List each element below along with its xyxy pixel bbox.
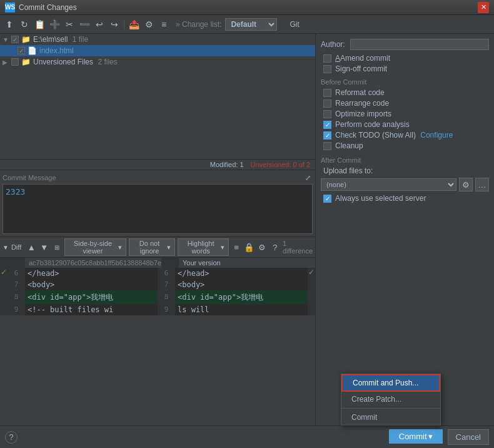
check-todo-checkbox[interactable]: ✓ — [323, 131, 331, 140]
diff-line-num-right-1: 6 — [158, 268, 175, 279]
sign-off-row[interactable]: Sign-off commit — [321, 64, 489, 73]
reformat-code-checkbox[interactable] — [323, 89, 331, 97]
diff-line-num-right-2: 7 — [158, 279, 175, 290]
upload-row: (none) ⚙ … — [321, 178, 489, 191]
diff-code-left-2: <body> — [25, 279, 158, 290]
optimize-imports-row[interactable]: Optimize imports — [321, 109, 489, 118]
diff-right-indicator-4 — [308, 304, 315, 315]
diff-settings-btn1[interactable]: ≡ — [231, 241, 241, 253]
folder-checkbox[interactable]: ✓ — [11, 36, 19, 43]
toolbar-separator — [124, 19, 124, 29]
commit-button[interactable]: Commit ▾ — [389, 429, 443, 444]
toolbar-btn-10[interactable]: ⚙ — [142, 18, 156, 31]
author-input[interactable] — [350, 39, 489, 50]
unversioned-label: Unversioned Files 2 files — [33, 58, 118, 66]
amend-commit-row[interactable]: AAmend commit — [321, 54, 489, 63]
diff-row-2: 7 <body> 7 <body> — [0, 279, 315, 290]
toolbar-btn-8[interactable]: ↪ — [108, 18, 121, 31]
diff-code-left-1: </head> — [25, 268, 158, 279]
upload-settings-btn[interactable]: ⚙ — [459, 178, 473, 191]
context-menu-create-patch[interactable]: Create Patch... — [341, 392, 440, 407]
cleanup-row[interactable]: Cleanup — [321, 141, 489, 150]
diff-left-num-header — [8, 258, 25, 268]
sign-off-checkbox[interactable] — [323, 65, 331, 73]
git-tab[interactable]: Git — [286, 19, 303, 30]
diff-headers: ac7b38129076c05c8abb1ff5b61388848b7e0848… — [0, 258, 315, 268]
diff-title: Diff — [11, 243, 21, 251]
amend-commit-checkbox[interactable] — [323, 54, 331, 63]
file-checkbox[interactable]: ✓ — [18, 47, 25, 54]
diff-left-indicator-1: ✓ — [0, 268, 8, 279]
diff-header: ▼ Diff ▲ ▼ ⊞ Side-by-side viewer ▾ Do no… — [0, 237, 315, 258]
cleanup-checkbox[interactable] — [323, 142, 331, 150]
close-button[interactable]: ✕ — [478, 2, 489, 13]
changelist-dropdown[interactable]: Default — [225, 18, 277, 31]
diff-code-left-4: <!-- built files wi — [25, 304, 158, 315]
sign-off-label: Sign-off commit — [335, 64, 387, 73]
diff-right-indicator-1: ✓ — [308, 268, 315, 279]
folder-item[interactable]: ▼ ✓ 📁 E:\elm\sell 1 file — [0, 34, 315, 45]
optimize-imports-checkbox[interactable] — [323, 110, 331, 118]
perform-analysis-label: Perform code analysis — [335, 120, 410, 129]
configure-link[interactable]: Configure — [420, 131, 453, 140]
diff-left-indicator-2 — [0, 279, 8, 290]
toolbar-btn-4[interactable]: ➕ — [48, 18, 61, 31]
cancel-button[interactable]: Cancel — [448, 429, 489, 445]
toolbar-btn-2[interactable]: ↻ — [18, 18, 31, 31]
upload-select[interactable]: (none) — [321, 178, 456, 191]
upload-more-btn[interactable]: … — [475, 178, 489, 191]
bottom-right: Commit ▾ Cancel — [389, 429, 489, 445]
context-menu-commit[interactable]: Commit — [341, 410, 440, 425]
file-status-bar: Modified: 1 Unversioned: 0 of 2 — [0, 159, 315, 170]
diff-help-btn[interactable]: ? — [270, 241, 280, 253]
diff-left-indicator-3 — [0, 290, 8, 304]
context-menu-commit-push[interactable]: Commit and Push... — [341, 374, 440, 392]
diff-down-btn[interactable]: ▼ — [39, 241, 49, 253]
diff-viewer-btn[interactable]: ⊞ — [52, 241, 62, 253]
diff-settings-btn3[interactable]: ⚙ — [257, 241, 267, 253]
always-use-server-row[interactable]: ✓ Always use selected server — [321, 194, 489, 203]
after-commit-title: After Commit — [321, 156, 489, 164]
toolbar-btn-5[interactable]: ✂ — [63, 18, 76, 31]
diff-up-btn[interactable]: ▲ — [26, 241, 36, 253]
perform-analysis-row[interactable]: ✓ Perform code analysis — [321, 120, 489, 129]
author-row: Author: — [321, 39, 489, 50]
reformat-code-row[interactable]: Reformat code — [321, 88, 489, 97]
context-menu: Commit and Push... Create Patch... Commi… — [341, 374, 441, 425]
check-todo-label: Check TODO (Show All) Configure — [335, 131, 453, 140]
side-by-side-dropdown[interactable]: Side-by-side viewer ▾ — [64, 238, 126, 256]
right-panel: Author: AAmend commit Sign-off commit Be… — [316, 34, 494, 425]
toolbar-btn-1[interactable]: ⬆ — [3, 18, 16, 31]
toolbar-btn-11[interactable]: ≡ — [157, 18, 171, 31]
rearrange-code-label: Rearrange code — [335, 99, 389, 108]
commit-message-input[interactable]: 2323 — [3, 184, 313, 234]
unversioned-checkbox[interactable] — [11, 58, 19, 66]
folder-label: E:\elm\sell 1 file — [33, 35, 88, 44]
check-todo-row[interactable]: ✓ Check TODO (Show All) Configure — [321, 131, 489, 140]
file-item-index-html[interactable]: ✓ 📄 index.html — [0, 45, 315, 56]
titlebar: WS Commit Changes ✕ — [0, 0, 494, 15]
perform-analysis-checkbox[interactable]: ✓ — [323, 121, 331, 129]
toolbar-btn-9[interactable]: 📤 — [127, 18, 141, 31]
amend-commit-label: AAmend commit — [335, 54, 390, 63]
rearrange-code-row[interactable]: Rearrange code — [321, 99, 489, 108]
rearrange-code-checkbox[interactable] — [323, 99, 331, 108]
commit-message-label: Commit Message — [3, 174, 56, 181]
diff-right-indicator-2 — [308, 279, 315, 290]
ignore-dropdown[interactable]: Do not ignore ▾ — [129, 238, 175, 256]
diff-line-num-left-4: 9 — [8, 304, 25, 315]
toolbar-btn-3[interactable]: 📋 — [33, 18, 46, 31]
unversioned-item[interactable]: ▶ 📁 Unversioned Files 2 files — [0, 56, 315, 68]
commit-message-expand[interactable]: ⤢ — [303, 173, 313, 183]
help-button[interactable]: ? — [5, 431, 18, 444]
toolbar-btn-6[interactable]: ➖ — [78, 18, 91, 31]
commit-message-header: Commit Message ⤢ — [3, 173, 313, 183]
always-use-server-checkbox[interactable]: ✓ — [323, 195, 331, 203]
diff-code-left-3: <div id="app">我增电 — [25, 290, 158, 304]
diff-section: ▼ Diff ▲ ▼ ⊞ Side-by-side viewer ▾ Do no… — [0, 237, 315, 315]
highlight-dropdown[interactable]: Highlight words ▾ — [178, 238, 229, 256]
diff-line-num-left-1: 6 — [8, 268, 25, 279]
left-panel: ▼ ✓ 📁 E:\elm\sell 1 file ✓ 📄 index.html — [0, 34, 316, 425]
toolbar-btn-7[interactable]: ↩ — [93, 18, 106, 31]
diff-settings-btn2[interactable]: 🔒 — [244, 241, 255, 253]
